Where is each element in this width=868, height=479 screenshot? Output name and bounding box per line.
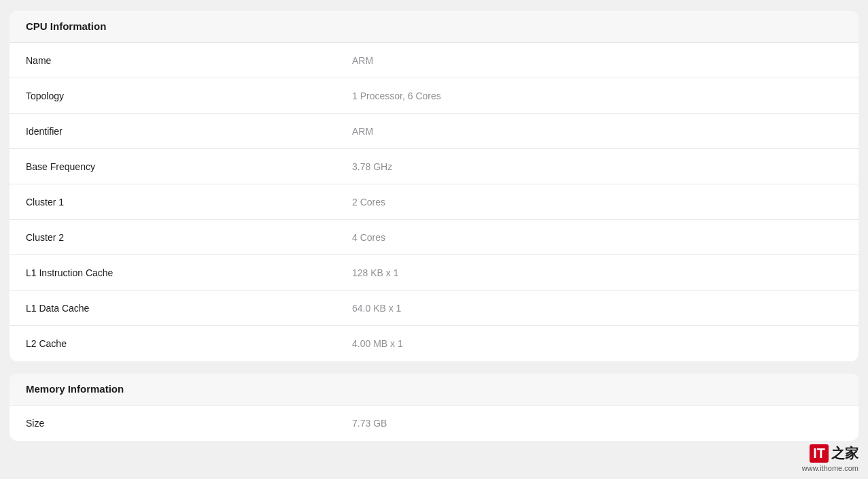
table-row: Cluster 1 2 Cores bbox=[10, 184, 858, 220]
watermark-logo: IT 之家 bbox=[810, 444, 858, 463]
row-label: Cluster 1 bbox=[26, 197, 352, 208]
row-label: Topology bbox=[26, 90, 352, 101]
row-value: 7.73 GB bbox=[352, 418, 387, 429]
cpu-section: CPU Information Name ARM Topology 1 Proc… bbox=[10, 11, 858, 361]
row-label: Size bbox=[26, 418, 352, 429]
cpu-section-title: CPU Information bbox=[26, 20, 106, 32]
watermark-url: www.ithome.com bbox=[802, 464, 858, 472]
watermark-home-label: 之家 bbox=[831, 444, 858, 463]
table-row: L1 Instruction Cache 128 KB x 1 bbox=[10, 255, 858, 291]
row-value: ARM bbox=[352, 126, 373, 137]
row-label: L1 Instruction Cache bbox=[26, 267, 352, 278]
row-label: Name bbox=[26, 55, 352, 66]
row-value: 4 Cores bbox=[352, 232, 385, 243]
row-label: Base Frequency bbox=[26, 161, 352, 172]
table-row: Base Frequency 3.78 GHz bbox=[10, 149, 858, 184]
table-row: Topology 1 Processor, 6 Cores bbox=[10, 78, 858, 114]
row-value: 2 Cores bbox=[352, 197, 385, 208]
table-row: Cluster 2 4 Cores bbox=[10, 220, 858, 255]
table-row: L2 Cache 4.00 MB x 1 bbox=[10, 326, 858, 361]
row-label: Cluster 2 bbox=[26, 232, 352, 243]
row-value: 128 KB x 1 bbox=[352, 267, 399, 278]
memory-section-title: Memory Information bbox=[26, 383, 124, 395]
cpu-section-header: CPU Information bbox=[10, 11, 858, 43]
table-row: L1 Data Cache 64.0 KB x 1 bbox=[10, 291, 858, 326]
row-value: 4.00 MB x 1 bbox=[352, 338, 403, 349]
row-value: 3.78 GHz bbox=[352, 161, 392, 172]
row-label: L2 Cache bbox=[26, 338, 352, 349]
cpu-rows-container: Name ARM Topology 1 Processor, 6 Cores I… bbox=[10, 43, 858, 361]
watermark-it-label: IT bbox=[810, 444, 829, 463]
watermark: IT 之家 www.ithome.com bbox=[802, 444, 858, 472]
row-label: Identifier bbox=[26, 126, 352, 137]
row-value: 1 Processor, 6 Cores bbox=[352, 90, 441, 101]
table-row: Identifier ARM bbox=[10, 114, 858, 149]
table-row: Size 7.73 GB bbox=[10, 406, 858, 441]
row-value: ARM bbox=[352, 55, 373, 66]
memory-section: Memory Information Size 7.73 GB bbox=[10, 374, 858, 441]
row-value: 64.0 KB x 1 bbox=[352, 303, 401, 314]
table-row: Name ARM bbox=[10, 43, 858, 78]
row-label: L1 Data Cache bbox=[26, 303, 352, 314]
memory-rows-container: Size 7.73 GB bbox=[10, 406, 858, 441]
memory-section-header: Memory Information bbox=[10, 374, 858, 406]
